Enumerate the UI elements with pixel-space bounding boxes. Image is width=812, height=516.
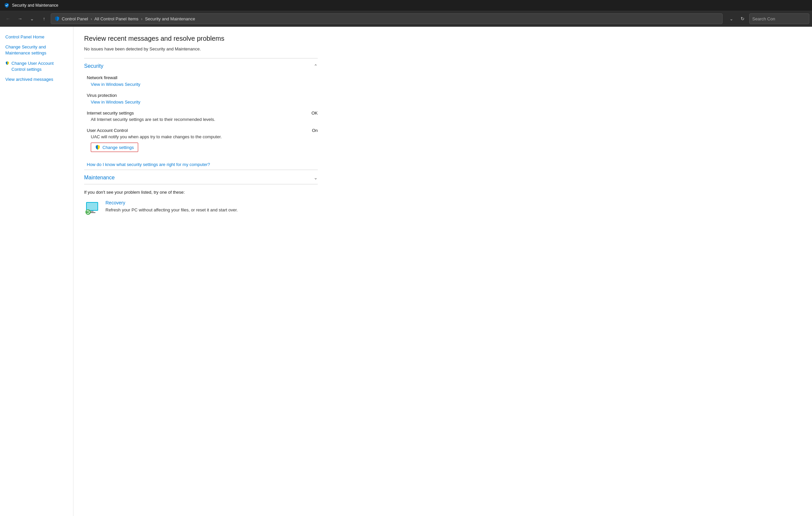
maintenance-section-header[interactable]: Maintenance ⌄ [84,170,318,184]
sidebar-item-view-archived[interactable]: View archived messages [0,75,73,84]
window-title: Security and Maintenance [12,3,58,8]
maintenance-collapse-icon: ⌄ [314,175,318,180]
up-button[interactable]: ↑ [39,13,49,24]
internet-security-description: All Internet security settings are set t… [87,117,318,122]
recovery-description: Refresh your PC without affecting your f… [106,207,238,213]
internet-security-status: OK [311,111,318,115]
address-bar: Control Panel › All Control Panel Items … [51,13,723,24]
problem-text: If you don't see your problem listed, tr… [84,190,318,195]
security-section-title: Security [84,63,104,69]
change-settings-button[interactable]: Change settings [91,143,138,152]
sidebar-item-change-uac[interactable]: Change User Account Control settings [0,58,73,75]
sidebar-label-change-uac: Change User Account Control settings [11,60,68,73]
forward-button[interactable]: → [15,13,25,24]
svg-rect-1 [87,203,97,210]
address-dropdown-button[interactable]: ⌄ [727,14,736,23]
address-icon [54,16,60,21]
internet-security-row: Internet security settings OK All Intern… [87,111,318,122]
security-collapse-icon: ⌃ [314,63,318,69]
internet-security-label: Internet security settings OK [87,111,318,115]
recovery-title[interactable]: Recovery [106,200,238,206]
uac-status: On [312,128,318,133]
virus-protection-label: Virus protection [87,93,318,98]
recent-locations-button[interactable]: ⌄ [27,13,37,24]
sidebar-item-change-security[interactable]: Change Security and Maintenance settings [0,42,73,58]
content-area: Review recent messages and resolve probl… [74,27,812,516]
network-firewall-label: Network firewall [87,75,318,80]
breadcrumb: Control Panel › All Control Panel Items … [62,16,195,21]
title-bar: Security and Maintenance [0,0,812,11]
refresh-button[interactable]: ↻ [737,13,748,24]
sidebar-label-view-archived: View archived messages [5,77,53,82]
toolbar: ← → ⌄ ↑ Control Panel › All Control Pane… [0,11,812,27]
search-placeholder: Search Con [752,16,775,21]
sidebar-item-control-panel-home[interactable]: Control Panel Home [0,32,73,42]
uac-shield-icon [5,60,9,66]
maintenance-section-content: If you don't see your problem listed, tr… [84,190,318,216]
no-issues-text: No issues have been detected by Security… [84,47,318,51]
virus-protection-row: Virus protection View in Windows Securit… [87,93,318,105]
main-container: Control Panel Home Change Security and M… [0,27,812,516]
toolbar-right: ⌄ ↻ [727,13,748,24]
uac-description: UAC will notify you when apps try to mak… [87,134,318,139]
recovery-item: Recovery Refresh your PC without affecti… [84,200,318,216]
search-box[interactable]: Search Con [749,13,809,24]
virus-protection-link[interactable]: View in Windows Security [87,100,141,105]
recovery-text-block: Recovery Refresh your PC without affecti… [106,200,238,213]
recovery-icon [84,200,100,216]
sidebar-label-change-security: Change Security and Maintenance settings [5,44,68,56]
sidebar-label-control-panel-home: Control Panel Home [5,34,45,40]
security-help-link[interactable]: How do I know what security settings are… [87,162,210,167]
security-section-content: Network firewall View in Windows Securit… [84,73,318,170]
change-settings-shield-icon [95,145,100,150]
security-section-header[interactable]: Security ⌃ [84,58,318,73]
change-settings-label: Change settings [103,145,134,150]
network-firewall-row: Network firewall View in Windows Securit… [87,75,318,87]
network-firewall-link[interactable]: View in Windows Security [87,82,141,87]
maintenance-section-title: Maintenance [84,175,115,181]
uac-row: User Account Control On UAC will notify … [87,128,318,152]
uac-label: User Account Control On [87,128,318,133]
app-icon [4,3,9,8]
page-title: Review recent messages and resolve probl… [84,35,318,43]
svg-point-4 [85,210,91,215]
back-button[interactable]: ← [3,13,13,24]
maintenance-divider [84,184,318,184]
sidebar: Control Panel Home Change Security and M… [0,27,74,516]
